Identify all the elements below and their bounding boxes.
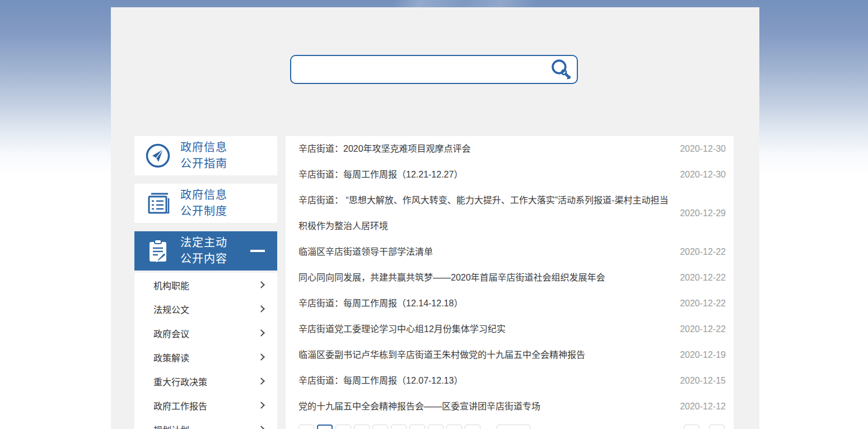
news-title[interactable]: 同心同向同发展，共建共赢共筑梦——2020年首届辛店街道社会组织发展年会 xyxy=(298,265,680,291)
submenu-item-gov-work-report[interactable]: 政府工作报告 xyxy=(134,393,277,417)
submenu-item-label: 政府会议 xyxy=(153,327,189,340)
news-title[interactable]: 临淄区辛店街道领导干部学法清单 xyxy=(298,239,680,265)
sidebar-item-gov-info-system[interactable]: 政府信息 公开制度 xyxy=(134,184,277,223)
pagination-button-current[interactable] xyxy=(317,425,333,429)
submenu-item-label: 政策解读 xyxy=(153,351,189,364)
submenu-item-label: 规划计划 xyxy=(153,423,189,429)
news-title[interactable]: 党的十九届五中全会精神报告会——区委宣讲团辛店街道专场 xyxy=(298,394,680,419)
news-date: 2020-12-22 xyxy=(680,291,726,316)
news-title[interactable]: 辛店街道：每周工作周报（12.07-12.13） xyxy=(298,368,680,394)
news-title[interactable]: 辛店街道： “思想大解放、作风大转变、能力大提升、工作大落实”活动系列报道-渠村… xyxy=(298,188,680,239)
search-icon xyxy=(550,58,572,81)
news-title[interactable]: 辛店街道：2020年攻坚克难项目观摩点评会 xyxy=(298,136,680,162)
news-row[interactable]: 辛店街道： “思想大解放、作风大转变、能力大提升、工作大落实”活动系列报道-渠村… xyxy=(298,188,726,239)
chevron-right-icon xyxy=(258,305,265,313)
search-bar xyxy=(290,55,578,84)
pagination-button[interactable] xyxy=(446,425,462,429)
submenu-item-regulations[interactable]: 法规公文 xyxy=(134,297,277,321)
news-row[interactable]: 辛店街道：每周工作周报（12.14-12.18） 2020-12-22 xyxy=(298,291,726,316)
sidebar-item-label: 政府信息 公开指南 xyxy=(180,139,227,172)
search-button[interactable] xyxy=(550,58,572,81)
submenu-item-label: 法规公文 xyxy=(153,302,189,316)
news-date: 2020-12-12 xyxy=(680,394,726,419)
news-title[interactable]: 临淄区委副书记卢华栋到辛店街道王朱村做党的十九届五中全会精神报告 xyxy=(298,342,680,368)
submenu-item-label: 重大行政决策 xyxy=(153,375,207,388)
news-row[interactable]: 党的十九届五中全会精神报告会——区委宣讲团辛店街道专场 2020-12-12 xyxy=(298,394,726,419)
chevron-right-icon xyxy=(258,281,265,288)
news-date: 2020-12-22 xyxy=(680,239,726,265)
pagination-next-button[interactable] xyxy=(497,425,530,429)
news-title[interactable]: 辛店街道：每周工作周报（12.14-12.18） xyxy=(298,291,680,316)
clipboard-pencil-icon xyxy=(144,237,172,265)
submenu-item-plans[interactable]: 规划计划 xyxy=(134,417,277,429)
news-row[interactable]: 辛店街道：每周工作周报（12.21-12.27） 2020-12-30 xyxy=(298,162,726,188)
news-row[interactable]: 辛店街道党工委理论学习中心组12月份集体学习纪实 2020-12-22 xyxy=(298,316,726,342)
news-row[interactable]: 临淄区辛店街道领导干部学法清单 2020-12-22 xyxy=(298,239,726,265)
submenu-item-gov-meetings[interactable]: 政府会议 xyxy=(134,321,277,345)
content-panel: 政府信息 公开指南 政府信息 公开制度 xyxy=(111,7,759,429)
sidebar-item-label: 政府信息 公开制度 xyxy=(180,187,227,220)
news-date: 2020-12-22 xyxy=(680,316,726,342)
submenu-item-org-functions[interactable]: 机构职能 xyxy=(134,273,277,297)
news-row[interactable]: 同心同向同发展，共建共赢共筑梦——2020年首届辛店街道社会组织发展年会 202… xyxy=(298,265,726,291)
pagination-button[interactable] xyxy=(298,425,314,429)
chevron-right-icon xyxy=(258,402,265,409)
ledger-icon xyxy=(144,189,172,217)
pagination-button[interactable] xyxy=(409,425,425,429)
news-date: 2020-12-22 xyxy=(680,265,726,291)
news-date: 2020-12-30 xyxy=(680,162,726,188)
submenu-item-policy-interpretation[interactable]: 政策解读 xyxy=(134,345,277,369)
news-date: 2020-12-30 xyxy=(680,136,726,162)
news-date: 2020-12-29 xyxy=(680,200,726,226)
sidebar-item-gov-info-guide[interactable]: 政府信息 公开指南 xyxy=(134,136,277,175)
pagination-button[interactable] xyxy=(684,425,699,429)
chevron-right-icon xyxy=(258,377,265,385)
sidebar: 政府信息 公开指南 政府信息 公开制度 xyxy=(134,136,277,429)
pagination-button[interactable] xyxy=(465,425,480,429)
sidebar-item-label: 法定主动 公开内容 xyxy=(180,235,227,267)
pagination-button[interactable] xyxy=(354,425,370,429)
pagination-button[interactable] xyxy=(709,425,725,429)
sidebar-submenu: 机构职能 法规公文 政府会议 政策解读 重大行政决策 xyxy=(134,273,277,429)
collapse-minus-icon xyxy=(250,250,265,252)
submenu-item-label: 机构职能 xyxy=(153,278,189,292)
sidebar-item-statutory-disclosure[interactable]: 法定主动 公开内容 xyxy=(134,231,277,271)
chevron-right-icon xyxy=(258,426,265,429)
news-date: 2020-12-15 xyxy=(680,368,726,394)
news-list: 辛店街道：2020年攻坚克难项目观摩点评会 2020-12-30 辛店街道：每周… xyxy=(286,136,734,429)
pagination-button[interactable] xyxy=(391,425,407,429)
news-row[interactable]: 临淄区委副书记卢华栋到辛店街道王朱村做党的十九届五中全会精神报告 2020-12… xyxy=(298,342,726,368)
pagination-button[interactable] xyxy=(335,425,351,429)
news-row[interactable]: 辛店街道：每周工作周报（12.07-12.13） 2020-12-15 xyxy=(298,368,726,394)
pagination-button[interactable] xyxy=(372,425,388,429)
news-title[interactable]: 辛店街道：每周工作周报（12.21-12.27） xyxy=(298,162,680,188)
chevron-right-icon xyxy=(258,329,265,337)
submenu-item-major-decisions[interactable]: 重大行政决策 xyxy=(134,369,277,393)
page: 政府信息 公开指南 政府信息 公开制度 xyxy=(0,0,868,429)
news-date: 2020-12-19 xyxy=(680,342,726,368)
news-row[interactable]: 辛店街道：2020年攻坚克难项目观摩点评会 2020-12-30 xyxy=(298,136,726,162)
submenu-item-label: 政府工作报告 xyxy=(153,399,207,412)
news-title[interactable]: 辛店街道党工委理论学习中心组12月份集体学习纪实 xyxy=(298,316,680,342)
pagination xyxy=(298,425,726,429)
search-input[interactable] xyxy=(291,56,577,83)
compass-icon xyxy=(144,142,172,170)
chevron-right-icon xyxy=(258,353,265,361)
pagination-button[interactable] xyxy=(428,425,444,429)
